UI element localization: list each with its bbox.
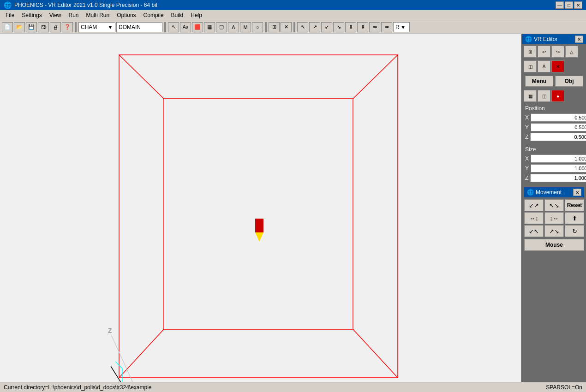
r-dropdown[interactable]: R ▼ [393,22,410,32]
separator-4 [293,22,295,32]
panel-icon-9[interactable]: ◫ [538,90,550,102]
pos-x-input[interactable] [531,113,586,122]
reset-button[interactable]: Reset [565,199,584,211]
tb-m[interactable]: M [240,22,251,32]
menu-button[interactable]: Menu [525,76,553,87]
mov-btn-2[interactable]: ↖↘ [544,199,564,211]
menu-settings[interactable]: Settings [18,11,45,19]
svg-rect-7 [255,219,263,232]
pos-z-input[interactable] [530,133,586,141]
tb-save[interactable]: 💾 [26,22,37,32]
tb-arrow-ul[interactable]: ↖ [297,22,308,32]
panel-icon-3[interactable]: ↪ [551,46,564,58]
mov-btn-5[interactable]: ⬆ [565,212,584,224]
panel-icon-4[interactable]: △ [565,46,578,58]
tb-rect[interactable]: ▢ [216,22,227,32]
status-bar: Current directory=L:\phoenics\d_polis\d_… [0,382,586,392]
menu-compile[interactable]: Compile [140,11,167,19]
mov-btn-8[interactable]: ↻ [565,225,584,237]
panel-icon-10[interactable]: ● [551,90,564,102]
menu-options[interactable]: Options [113,11,139,19]
vr-editor-title: 🌐 VR Editor ✕ [522,34,586,44]
panel-icons-row2: ◫ A ✕ [522,59,586,74]
r-dropdown-arrow: ▼ [401,24,406,30]
pos-y-input[interactable] [531,123,586,131]
tb-arrow-left[interactable]: ⬅ [369,22,380,32]
separator-2 [164,22,166,32]
size-y-label: Y [525,165,529,172]
tb-lines[interactable]: ▦ [204,22,215,32]
size-z-label: Z [525,175,528,181]
tb-arrow-dr[interactable]: ↘ [333,22,344,32]
tb-save2[interactable]: 🖫 [38,22,49,32]
mouse-button[interactable]: Mouse [524,239,584,251]
tb-arrow-down[interactable]: ⬇ [357,22,368,32]
size-y-input[interactable] [531,164,586,172]
size-z-input[interactable] [530,174,586,182]
movement-icon: 🌐 [527,189,534,196]
size-section: Size X ▲ ▼ Y ▲ ▼ Z [522,144,586,185]
panel-icon-5[interactable]: ◫ [524,60,537,72]
menu-bar: File Settings View Run Multi Run Options… [0,10,586,20]
mov-btn-1[interactable]: ↙↗ [524,199,544,211]
minimize-button[interactable]: — [556,1,564,9]
tb-cursor[interactable]: ↖ [168,22,179,32]
tb-a[interactable]: A [228,22,239,32]
menu-file[interactable]: File [2,11,18,19]
size-x-input[interactable] [531,154,586,163]
tb-print[interactable]: 🖨 [50,22,61,32]
tb-arrow-right[interactable]: ➡ [381,22,392,32]
menu-multi-run[interactable]: Multi Run [83,11,114,19]
tb-help[interactable]: ❓ [62,22,73,32]
obj-button[interactable]: Obj [555,76,583,87]
tb-circle[interactable]: ○ [252,22,263,32]
status-directory: Current directory=L:\phoenics\d_polis\d_… [4,384,152,391]
panel-icon-7[interactable]: ✕ [551,60,564,72]
menu-view[interactable]: View [46,11,65,19]
separator-1 [75,22,77,32]
domain-dropdown[interactable]: DOMAIN [116,22,162,32]
cham-dropdown[interactable]: CHAM ▼ [78,22,115,32]
mov-btn-6[interactable]: ↙↖ [524,225,544,237]
vr-editor-icon: 🌐 [525,36,532,42]
movement-label: Movement [536,189,562,196]
vr-close-button[interactable]: ✕ [575,36,583,43]
menu-build[interactable]: Build [167,11,187,19]
title-bar: 🌐 PHOENICS - VR Editor 2021 v1.0 Single … [0,0,586,10]
title-bar-left: 🌐 PHOENICS - VR Editor 2021 v1.0 Single … [4,1,157,9]
viewport[interactable]: Z X [0,34,521,382]
mov-btn-4[interactable]: ↕↔ [544,212,564,224]
panel-icon-6[interactable]: A [538,60,550,72]
tb-grid[interactable]: ⊞ [269,22,280,32]
position-z-row: Z ▲ ▼ [525,133,583,141]
vr-canvas: Z X [0,34,521,382]
tb-arrow-up[interactable]: ⬆ [345,22,356,32]
tb-arrow-dl[interactable]: ↙ [321,22,332,32]
mov-btn-3[interactable]: ↔↕ [524,212,544,224]
tb-red-sq[interactable]: 🟥 [192,22,203,32]
panel-icon-8[interactable]: ▦ [524,90,537,102]
title-text: PHOENICS - VR Editor 2021 v1.0 Single Pr… [14,2,157,8]
menu-obj-row: Menu Obj [522,74,586,89]
panel-icon-2[interactable]: ↩ [538,46,550,58]
tb-new[interactable]: 📄 [2,22,13,32]
pos-y-label: Y [525,124,529,131]
mov-btn-7[interactable]: ↗↘ [544,225,564,237]
toolbar: 📄 📂 💾 🖫 🖨 ❓ CHAM ▼ DOMAIN ↖ Aa 🟥 ▦ ▢ A M… [0,20,586,34]
menu-run[interactable]: Run [65,11,83,19]
panel-icon-1[interactable]: ⊞ [524,46,537,58]
svg-text:Z: Z [108,327,112,334]
maximize-button[interactable]: □ [565,1,573,9]
title-bar-controls: — □ ✕ [556,1,582,9]
position-label: Position [525,105,583,112]
pos-z-label: Z [525,134,528,140]
tb-open[interactable]: 📂 [14,22,25,32]
tb-aa[interactable]: Aa [180,22,191,32]
tb-arrow-ur[interactable]: ↗ [309,22,320,32]
movement-close-button[interactable]: ✕ [573,189,581,196]
movement-panel: 🌐 Movement ✕ ↙↗ ↖↘ Reset ↔↕ ↕↔ ⬆ ↙↖ ↗↘ [522,185,586,253]
menu-help[interactable]: Help [187,11,206,19]
close-button[interactable]: ✕ [574,1,582,9]
svg-text:X: X [172,381,176,382]
tb-x[interactable]: ✕ [281,22,292,32]
